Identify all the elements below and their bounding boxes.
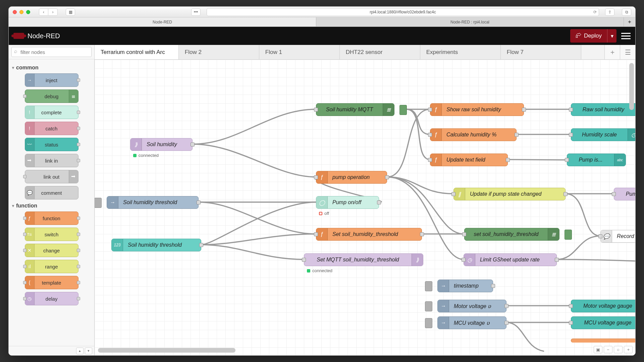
node-motor-voltage[interactable]: → Motor voltage ʋ	[437, 300, 506, 312]
node-port[interactable]	[491, 284, 495, 288]
add-flow-button[interactable]: ＋	[604, 45, 620, 59]
node-port[interactable]	[199, 243, 203, 247]
node-port[interactable]	[23, 249, 26, 252]
flow-tab-2[interactable]: Flow 1	[259, 45, 340, 59]
debug-toggle[interactable]	[399, 105, 407, 115]
flow-tab-4[interactable]: Experiments	[420, 45, 501, 59]
close-window-button[interactable]	[13, 10, 17, 14]
node-port[interactable]	[302, 258, 306, 262]
node-port[interactable]	[462, 258, 466, 262]
palette-node-link-out[interactable]: ⮕link out	[25, 170, 78, 183]
node-timestamp[interactable]: → timestamp	[437, 280, 493, 292]
node-port[interactable]	[314, 232, 318, 236]
node-port[interactable]	[23, 233, 26, 236]
node-port[interactable]	[612, 192, 616, 196]
deploy-menu-caret[interactable]: ▾	[607, 29, 616, 43]
node-calc-humidity[interactable]: ƒ Calculate humidity %	[430, 128, 517, 141]
node-set-sh-threshold[interactable]: ƒ Set soil_humidity_threshold	[316, 228, 422, 241]
node-port[interactable]	[197, 200, 201, 204]
node-port[interactable]	[569, 108, 573, 112]
palette-node-complete[interactable]: !complete	[25, 106, 78, 119]
node-partial-orange[interactable]	[571, 339, 635, 343]
palette-node-function[interactable]: ƒfunction	[25, 212, 78, 225]
node-port[interactable]	[515, 133, 519, 137]
browser-tab-0[interactable]: Node-RED	[9, 17, 316, 26]
node-mcu-gauge[interactable]: MCU voltage gauge ◷	[571, 316, 635, 329]
debug-toggle[interactable]	[565, 230, 572, 240]
node-port[interactable]	[77, 217, 80, 220]
node-port[interactable]	[555, 258, 559, 262]
node-port[interactable]	[23, 297, 26, 300]
browser-tab-1[interactable]: Node-RED : rpi4.local	[316, 17, 624, 26]
node-port[interactable]	[191, 142, 195, 146]
palette-category-common[interactable]: common	[12, 65, 91, 71]
node-record-change[interactable]: 💬 Record pump state change	[600, 230, 635, 243]
node-port[interactable]	[385, 175, 389, 179]
palette-node-template[interactable]: {template	[25, 276, 78, 289]
node-soil-mqtt[interactable]: Soil humidity MQTT ≣	[316, 103, 394, 116]
node-port[interactable]	[504, 304, 508, 308]
palette-node-change[interactable]: ✕change	[25, 244, 78, 257]
palette-node-range[interactable]: ılrange	[25, 260, 78, 273]
node-port[interactable]	[598, 234, 602, 238]
node-port[interactable]	[23, 281, 26, 284]
palette-node-catch[interactable]: !catch	[25, 122, 78, 135]
node-port[interactable]	[420, 232, 424, 236]
node-port[interactable]	[77, 249, 80, 252]
palette-node-delay[interactable]: ◷delay	[25, 292, 78, 305]
node-port[interactable]	[23, 217, 26, 220]
node-motor-gauge[interactable]: Motor voltage gauge ◷	[571, 300, 635, 312]
node-update-state[interactable]: ‖ Update if pump state changed	[453, 188, 566, 200]
flow-tab-0[interactable]: Terrarium control with Arc	[95, 45, 179, 59]
share-button[interactable]: ⇪	[605, 8, 614, 16]
filter-nodes-input[interactable]	[11, 47, 92, 57]
node-port[interactable]	[77, 297, 80, 300]
node-port[interactable]	[428, 108, 432, 112]
flow-list-button[interactable]: ☰	[620, 45, 635, 59]
zoom-out-button[interactable]: −	[604, 346, 612, 353]
url-bar[interactable]: rpi4.local:1880/#flow/c02ebde9.fac4c ⟳	[207, 8, 599, 16]
node-show-raw[interactable]: ƒ Show raw soil humidity	[430, 103, 524, 116]
node-port[interactable]	[565, 158, 569, 162]
node-port[interactable]	[564, 192, 568, 196]
inject-button[interactable]	[95, 198, 102, 208]
palette-list[interactable]: common→inject≣debug!complete!catch〰statu…	[9, 59, 94, 346]
node-sh-threshold-numeric[interactable]: 123 Soil humidity threshold	[111, 239, 201, 251]
node-soil-humidity[interactable]: ⟫ Soil humidity connected	[130, 138, 193, 151]
node-port[interactable]	[569, 133, 573, 137]
palette-node-switch[interactable]: ⮀switch	[25, 228, 78, 241]
minimize-window-button[interactable]	[19, 10, 23, 14]
node-port[interactable]	[522, 108, 526, 112]
palette-node-link-in[interactable]: ⮕link in	[25, 154, 78, 167]
node-pump-control[interactable]: Pump control ⟫ connected	[614, 188, 635, 200]
reload-icon[interactable]: ⟳	[593, 10, 597, 14]
palette-collapse-up-button[interactable]: ▴	[76, 348, 84, 354]
node-port[interactable]	[23, 175, 26, 178]
new-browser-tab-button[interactable]: ＋	[624, 17, 635, 26]
node-port[interactable]	[428, 133, 432, 137]
canvas-hscroll[interactable]	[98, 348, 235, 353]
palette-node-status[interactable]: 〰status	[25, 138, 78, 151]
flow-tab-1[interactable]: Flow 2	[179, 45, 259, 59]
inject-button[interactable]	[425, 318, 432, 328]
node-set-sh-threshold-debug[interactable]: set soil_humidity_threshold ≣	[464, 228, 559, 241]
node-limit-gsheet[interactable]: ◷ Limit GSheet update rate	[464, 253, 557, 266]
node-raw-humidity[interactable]: Raw soil humidity abc	[571, 103, 635, 116]
node-port[interactable]	[77, 159, 80, 162]
forward-button[interactable]: ›	[48, 8, 58, 16]
node-port[interactable]	[23, 95, 26, 98]
flow-tab-5[interactable]: Flow 7	[501, 45, 581, 59]
node-port[interactable]	[77, 233, 80, 236]
node-set-mqtt-threshold[interactable]: Set MQTT soil_humidity_threshold ⟫ conne…	[304, 253, 423, 266]
canvas[interactable]: ⟫ Soil humidity connected Soil humidity …	[95, 60, 635, 355]
node-port[interactable]	[451, 192, 455, 196]
node-port[interactable]	[23, 265, 26, 268]
site-settings-button[interactable]: •••	[191, 8, 201, 16]
node-humidity-scale[interactable]: Humidity scale ◷	[571, 128, 635, 141]
palette-node-comment[interactable]: 💬comment	[25, 186, 78, 199]
node-pump-onoff[interactable]: ◯ Pump on/off off	[316, 196, 379, 209]
main-menu-button[interactable]	[621, 31, 631, 41]
inject-button[interactable]	[425, 301, 432, 311]
node-port[interactable]	[569, 321, 573, 325]
flow-tab-3[interactable]: DHT22 sensor	[340, 45, 420, 59]
